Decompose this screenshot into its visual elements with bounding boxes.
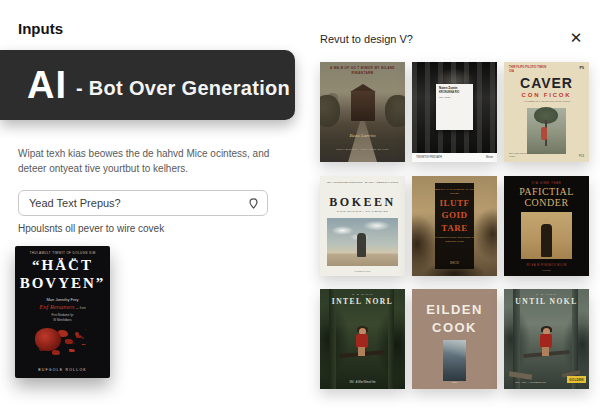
design-option-eilden-cook[interactable]: EILDEN COOK Mimi bbox=[412, 289, 497, 389]
book-note-2: W Menfidbors bbox=[15, 318, 110, 322]
design-option-interior-card[interactable]: Noten Zumin KRONUNNA RIO Iwd / deodt TWV… bbox=[412, 62, 497, 162]
figure-head-graphic bbox=[544, 219, 549, 224]
thumb1-title: Beau Lanrim bbox=[320, 133, 405, 138]
book-note-1: First Nedame fyr bbox=[15, 313, 110, 317]
banner-ai-label: AI bbox=[27, 66, 67, 104]
thumb4-footer: MIMOLIM LILIL bbox=[320, 270, 405, 272]
design-option-caver-con-ficok[interactable]: THIR FLIPO PILOTIO TIMON OIA P5 CAVER CO… bbox=[504, 62, 589, 162]
thumb5-title-2: GOID bbox=[435, 211, 474, 220]
book-script-suffix: — from bbox=[76, 306, 86, 310]
award-badge: GOLDEN bbox=[567, 376, 586, 383]
thumb8-title-1: EILDEN bbox=[412, 302, 497, 317]
book-script-text: Enf Renamen bbox=[39, 303, 74, 310]
thumb2-card-line2: KRONUNNA RIO bbox=[439, 91, 470, 94]
thumb3-subtitle: CON FICOK bbox=[504, 92, 589, 98]
black-band-graphic: BOT OAL VIALIAPTIOT OIA CA PIR MIMIOM IL… bbox=[435, 183, 474, 269]
thumb5-sub-text: PATIOCIUPL MIMPIAZIN TUROL MI COMIRUL MI… bbox=[435, 236, 474, 244]
thumb5-title-1: ILUTF bbox=[435, 199, 474, 208]
thumb1-top-text: A WA M UF GO T MIMOR WY BILAND RIMANTARM bbox=[320, 66, 405, 75]
description-text: Wipat texh kias beowes the de hahvd Mice… bbox=[18, 146, 290, 176]
inputs-heading: Inputs bbox=[18, 20, 63, 37]
tree-graphic bbox=[385, 95, 405, 127]
building-graphic bbox=[351, 91, 375, 121]
book-top-line: THUI AMULT TIMWIT OF DOLUGN SIM bbox=[15, 251, 110, 255]
thumb5-title-3: TARE bbox=[435, 224, 474, 233]
thumb2-footer-right: Mevin bbox=[486, 156, 493, 159]
thumb9-title: UNTIL NOKL bbox=[504, 297, 589, 306]
girl-legs-graphic bbox=[358, 347, 365, 356]
design-option-until-nokl[interactable]: M W TIMIT UNTIL NOKL WILI · MW · A WIMOP… bbox=[504, 289, 589, 389]
prompt-input[interactable]: Yead Text Prepus? bbox=[18, 190, 268, 216]
thumb6-top-text: VIA GIME TEAR bbox=[504, 181, 589, 185]
thumb9-footer: WILI · MW · A WIMOPIC LIM bbox=[504, 381, 557, 384]
design-option-intel-norl[interactable]: W O MIPIM INTEL NORL Wili · A Miw Wimofi… bbox=[320, 289, 405, 389]
thumb7-title: INTEL NORL bbox=[320, 297, 405, 306]
book-title-line2: BOVYEN” bbox=[15, 275, 110, 292]
design-option-mausoleum[interactable]: A WA M UF GO T MIMOR WY BILAND RIMANTARM… bbox=[320, 62, 405, 162]
thumb6-bottom-text: WI EA M PIMIMOV MILIM bbox=[504, 263, 589, 267]
street-photo-graphic bbox=[443, 340, 466, 381]
thumb5-footer: MECW bbox=[435, 261, 474, 265]
design-option-bokeen[interactable]: OTA AWUTUMINN UIOIMUIWIT · BIALIN A, PIB… bbox=[320, 176, 405, 276]
thumb3-bottom-left: BILIVION INTIMIMIUM MIVIC THI MOIM bbox=[509, 152, 545, 158]
berries-graphic bbox=[35, 328, 61, 351]
book-title-line1: “HÄC̈T bbox=[15, 257, 110, 274]
thumb5-top-text: BOT OAL VIALIAPTIOT OIA CA PIR MIMIOM bbox=[435, 188, 474, 196]
thumb4-subtitle: PIWIM CLIPIWID A CLI PIBTOIIOM bbox=[320, 210, 405, 213]
thumb6-title-1: PAFICTIAL bbox=[504, 186, 589, 197]
design-option-pafictial-conder[interactable]: VIA GIME TEAR PAFICTIAL CONDER WI EA M P… bbox=[504, 176, 589, 276]
book-byline: Man Jonnthy Frey bbox=[15, 297, 110, 302]
design-option-ilutf-goid-tare[interactable]: BOT OAL VIALIAPTIOT OIA CA PIR MIMIOM IL… bbox=[412, 176, 497, 276]
book-script-title: Enf Renamen — from bbox=[15, 303, 110, 310]
thumb6-title-2: CONDER bbox=[504, 197, 589, 208]
robed-figure-graphic bbox=[541, 224, 552, 257]
thumb3-bottom-right: P.13 bbox=[579, 155, 584, 158]
ai-banner: AI - Bot Over Generation bbox=[0, 50, 295, 120]
red-figure-graphic bbox=[541, 127, 547, 140]
thumb7-top-text: W O MIPIM bbox=[320, 293, 405, 296]
thumb2-footer-left: TWVMTIVI PIWDIATH bbox=[416, 156, 442, 159]
thumb6-footer: PICWID bbox=[504, 269, 589, 272]
thumb3-top-left: THIR FLIPO PILOTIO TIMON OIA bbox=[509, 66, 551, 74]
thumb3-note: A M PUBOVIM M UTWOHIUM MIMOA MIWIM bbox=[522, 100, 571, 103]
thumb4-title: BOKEEN bbox=[320, 195, 405, 210]
book-author: BUFGOLE ROLLOK bbox=[15, 368, 110, 372]
app-root: Inputs AI - Bot Over Generation Wipat te… bbox=[0, 0, 600, 420]
thumb9-top-text: M W TIMIT bbox=[504, 293, 589, 296]
tree-graphic bbox=[320, 95, 340, 127]
banner-title: - Bot Over Generation bbox=[76, 71, 290, 100]
pin-icon[interactable] bbox=[248, 197, 259, 209]
girl-legs-graphic bbox=[542, 347, 549, 356]
beach-figure-graphic bbox=[357, 233, 366, 257]
berries-dots bbox=[75, 332, 79, 336]
panel-heading: Revut to design V? bbox=[320, 33, 413, 45]
thumb1-footer: MIRHI BIWLUM · CIWIATIUR OT LICL bbox=[320, 148, 405, 151]
thumb8-footer: Mimi bbox=[412, 381, 497, 384]
prompt-input-value: Yead Text Prepus? bbox=[29, 197, 121, 209]
thumb4-top-text: OTA AWUTUMINN UIOIMUIWIT · BIALIN A, PIB… bbox=[320, 181, 405, 185]
thumb3-top-right: P5 bbox=[580, 66, 584, 70]
red-dress-graphic bbox=[356, 334, 368, 348]
helper-text: Hpoulsnts oll pever to wire covek bbox=[18, 223, 164, 234]
paper-card-graphic: Noten Zumin KRONUNNA RIO Iwd / deodt bbox=[436, 84, 473, 130]
thumb2-card-line3: Iwd / deodt bbox=[439, 96, 470, 98]
close-icon[interactable]: ✕ bbox=[566, 28, 586, 48]
book-cover-preview: THUI AMULT TIMWIT OF DOLUGN SIM “HÄC̈T B… bbox=[15, 246, 110, 378]
thumb2-footer-strip: TWVMTIVI PIWDIATH Mevin bbox=[412, 153, 497, 162]
thumb8-title-2: COOK bbox=[412, 320, 497, 335]
red-dress-graphic bbox=[540, 334, 552, 348]
road-graphic bbox=[348, 121, 377, 162]
thumb3-title: CAVER bbox=[504, 75, 589, 91]
thumb7-footer: Wili · A Miw Wimofi lim bbox=[320, 381, 405, 384]
